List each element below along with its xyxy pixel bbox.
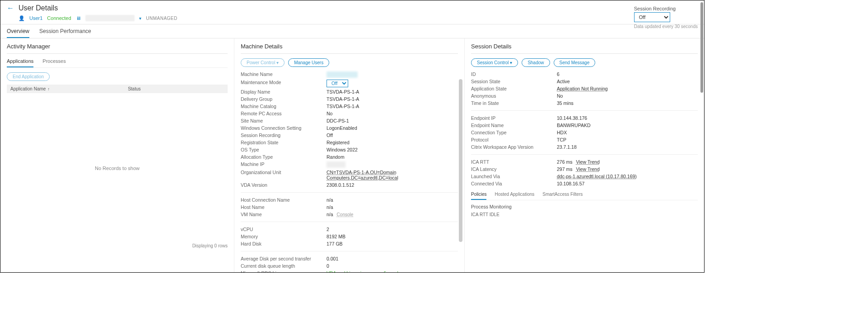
displaying-rows: Displaying 0 rows [7,243,228,248]
launched-via-label: Launched Via [471,174,557,179]
memory-label: Memory [241,234,327,239]
activity-manager-title: Activity Manager [7,43,228,54]
connection-type-value: HDX [557,130,698,135]
win-conn-value: LogonEnabled [327,125,458,131]
vm-name-label: VM Name [241,212,327,217]
tab-hosted-applications[interactable]: Hosted Applications [495,192,534,200]
tab-policies[interactable]: Policies [471,192,486,200]
tab-overview[interactable]: Overview [7,28,29,38]
ica-rtt-trend-link[interactable]: View Trend [576,159,599,165]
session-control-button[interactable]: Session Control ▾ [471,58,518,67]
tab-session-performance[interactable]: Session Performance [39,28,91,38]
host-conn-label: Host Connection Name [241,197,327,203]
app-state-value[interactable]: Application Not Running [557,86,608,91]
endpoint-ip-value: 10.144.38.176 [557,115,698,121]
cwa-version-label: Citrix Workspace App Version [471,144,557,150]
reg-state-label: Registration State [241,140,327,145]
win-conn-label: Windows Connection Setting [241,125,327,131]
applications-table-header: Application Name ↑ Status [7,85,228,93]
remote-pc-label: Remote PC Access [241,111,327,116]
session-state-label: Session State [471,79,557,84]
machine-catalog-value: TSVDA-PS-1-A [327,104,458,109]
manage-users-button[interactable]: Manage Users [288,58,329,67]
machine-details-title: Machine Details [241,43,458,54]
back-arrow-icon[interactable]: ← [7,4,14,12]
machine-name-masked: hidden---------- [85,15,135,21]
connection-type-label: Connection Type [471,130,557,135]
col-application-name-label: Application Name [10,86,46,91]
ica-latency-label: ICA Latency [471,166,557,172]
page-title: User Details [19,4,58,12]
machine-details-panel: Machine Details Power Control ▾ Manage U… [234,38,465,273]
unmanaged-label: UNMANAGED [146,16,177,21]
vda-version-label: VDA Version [241,182,327,188]
tab-processes[interactable]: Processes [42,58,65,67]
page-scrollbar[interactable] [700,2,703,93]
ica-latency-trend-link[interactable]: View Trend [576,166,599,172]
anonymous-label: Anonymous [471,93,557,99]
ica-rtt-value: 276 ms [557,159,572,165]
alloc-type-label: Allocation Type [241,154,327,160]
tab-smartaccess-filters[interactable]: SmartAccess Filters [542,192,583,200]
vm-name-value: n/a [327,212,333,217]
delivery-group-value: TSVDA-PS-1-A [327,96,458,102]
ica-latency-value: 297 ms [557,166,572,172]
delivery-group-label: Delivery Group [241,96,327,102]
ou-value[interactable]: CN=TSVDA-PS-1-A,OU=Domain Computers,DC=a… [327,170,458,180]
console-link[interactable]: Console [337,212,354,217]
process-monitoring-text: Process Monitoring [471,204,698,209]
launched-via-value[interactable]: ddc-ps-1.azuredtl.local (10.17.80.169) [557,174,637,179]
user-name[interactable]: User1 [29,15,42,21]
os-type-value: Windows 2022 [327,147,458,152]
connected-via-label: Connected Via [471,181,557,186]
display-name-label: Display Name [241,89,327,95]
shadow-button[interactable]: Shadow [522,58,550,67]
machine-name-value-masked: xxxxxxxxxx [327,71,358,78]
session-rec-value: Off [327,133,458,138]
time-in-state-value: 35 mins [557,100,698,106]
session-details-panel: Session Details Session Control ▾ Shadow… [465,38,704,273]
session-rec-label: Session Recording [241,133,327,138]
header-right: Session Recording Off Data updated every… [634,6,698,29]
session-state-value: Active [557,79,698,84]
protocol-value: TCP [557,137,698,142]
col-status[interactable]: Status [128,86,224,91]
vcpu-value: 2 [327,227,458,232]
col-application-name[interactable]: Application Name ↑ [10,86,128,91]
rds-license-label: Microsoft RDS License [241,270,327,273]
session-details-title: Session Details [471,43,698,54]
main-tabs: Overview Session Performance [0,24,704,38]
send-message-button[interactable]: Send Message [554,58,596,67]
maintenance-mode-select[interactable]: Off [327,80,348,87]
machine-ip-label: Machine IP [241,161,327,168]
connected-via-value: 10.108.16.57 [557,181,698,186]
tab-applications[interactable]: Applications [7,58,33,67]
ou-label: Organizational Unit [241,170,327,180]
header: Session Recording Off Data updated every… [0,0,704,24]
ica-rtt-idle-text: ICA RTT IDLE [471,212,698,217]
chevron-down-icon: ▾ [510,60,512,65]
avg-disk-value: 0.001 [327,256,458,261]
machine-ip-value-masked: xxxxx [327,161,345,168]
reg-state-value: Registered [327,140,458,145]
app-state-label: Application State [471,86,557,91]
session-recording-select[interactable]: Off [634,12,670,22]
session-id-value: 6 [557,71,698,77]
hard-disk-value: 177 GB [327,241,458,246]
vda-version-value: 2308.0.1.512 [327,182,458,188]
chevron-down-icon[interactable]: ▾ [139,16,141,21]
monitor-icon: 🖥 [76,15,81,21]
host-name-value: n/a [327,204,458,210]
machine-scrollbar[interactable] [459,79,462,242]
remote-pc-value: No [327,111,458,116]
site-name-label: Site Name [241,118,327,123]
power-control-button[interactable]: Power Control ▾ [241,58,285,67]
activity-manager-panel: Activity Manager Applications Processes … [0,38,234,273]
machine-name-label: Machine Name [241,71,327,78]
maintenance-mode-label: Maintenance Mode [241,80,327,87]
anonymous-value: No [557,93,698,99]
chevron-down-icon: ▾ [276,60,279,65]
ica-rtt-label: ICA RTT [471,159,557,165]
end-application-button[interactable]: End Application [7,72,50,81]
session-recording-label: Session Recording [634,6,698,11]
